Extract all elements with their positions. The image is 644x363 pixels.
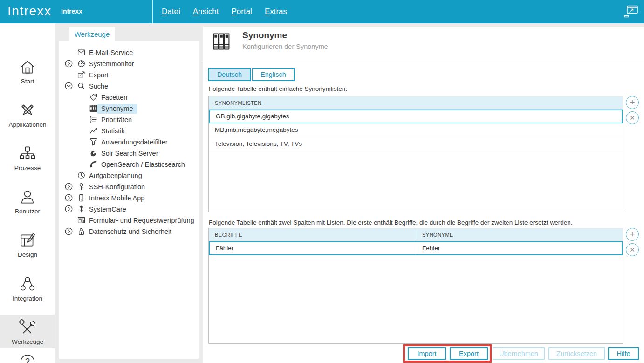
tree-item-prioritäten[interactable]: Prioritäten xyxy=(59,114,199,125)
user-icon xyxy=(0,187,55,207)
tree-item-label: Suche xyxy=(89,82,108,90)
tree-item-suche[interactable]: Suche xyxy=(59,81,199,92)
chevron-down-icon[interactable] xyxy=(65,82,73,90)
sidebar-item-label: Design xyxy=(0,251,55,258)
design-icon xyxy=(0,230,55,251)
tree-item-anwendungsdateifilter[interactable]: Anwendungsdateifilter xyxy=(59,137,199,148)
tree-item-aufgabenplanung[interactable]: Aufgabenplanung xyxy=(59,170,199,181)
topbar: Intrexx Intrexx DateiAnsichtPortalExtras xyxy=(0,0,644,23)
hilfe-button[interactable]: Hilfe xyxy=(608,347,639,360)
sidebar-item-label: Applikationen xyxy=(0,121,55,128)
tree-item-systemmonitor[interactable]: Systemmonitor xyxy=(59,58,199,69)
menu-portal[interactable]: Portal xyxy=(231,7,252,16)
menu-ansicht[interactable]: Ansicht xyxy=(193,7,219,16)
tree-item-label: OpenSearch / Elasticsearch xyxy=(101,161,185,168)
form-check-icon xyxy=(77,216,85,224)
open-portal-window-icon xyxy=(623,5,638,18)
tree-item-label: Statistik xyxy=(101,127,125,135)
sidebar-item-design[interactable]: Design xyxy=(0,227,55,257)
tools-icon xyxy=(0,317,55,338)
system-monitor-icon xyxy=(77,60,85,68)
svg-text:?: ? xyxy=(25,357,30,363)
processes-icon xyxy=(0,144,55,164)
integration-icon xyxy=(0,274,55,295)
module-sidebar: StartApplikationenProzesseBenutzerDesign… xyxy=(0,23,55,363)
priorities-icon xyxy=(89,116,97,123)
zurücksetzen-button: Zurücksetzen xyxy=(548,347,605,360)
sidebar-item-label: Werkzeuge xyxy=(0,338,55,345)
chevron-right-icon[interactable] xyxy=(65,205,73,213)
help-icon: ? xyxy=(0,351,55,363)
export-button[interactable]: Export xyxy=(450,347,488,360)
search-icon xyxy=(77,82,85,90)
chevron-right-icon[interactable] xyxy=(65,227,73,235)
sidebar-item-applikationen[interactable]: Applikationen xyxy=(0,97,55,127)
menu-extras[interactable]: Extras xyxy=(265,7,287,16)
applications-icon xyxy=(0,100,55,121)
tree-item-solr-search-server[interactable]: Solr Search Server xyxy=(59,148,199,159)
sidebar-item-label: Start xyxy=(0,78,55,85)
solr-icon xyxy=(89,149,97,157)
export-icon xyxy=(77,71,85,79)
tree-item-label: SSH-Konfiguration xyxy=(89,183,145,191)
lock-icon xyxy=(77,227,85,235)
main-panel: Synonyme Konfigurieren der Synonyme Deut… xyxy=(203,27,644,363)
sidebar-item-benutzer[interactable]: Benutzer xyxy=(0,184,55,214)
bottom-button-row: ImportExportÜbernehmenZurücksetzenHilfe xyxy=(203,27,644,363)
sidebar-item-integration[interactable]: Integration xyxy=(0,271,55,301)
tree-item-ssh-konfiguration[interactable]: SSH-Konfiguration xyxy=(59,181,199,192)
key-icon xyxy=(77,183,85,191)
tree-item-systemcare[interactable]: SystemCare xyxy=(59,204,199,215)
tree-item-e-mail-service[interactable]: E-Mail-Service xyxy=(59,47,199,58)
sidebar-item-werkzeuge[interactable]: Werkzeuge xyxy=(0,315,55,348)
email-icon xyxy=(77,48,85,56)
sidebar-item-start[interactable]: Start xyxy=(0,54,55,84)
sidebar-item-label: Benutzer xyxy=(0,208,55,215)
tree-item-facetten[interactable]: Facetten xyxy=(59,92,199,103)
tools-tree-panel: Werkzeuge E-Mail-ServiceSystemmonitorExp… xyxy=(55,23,200,363)
clock-icon xyxy=(77,171,85,179)
tree-item-label: Systemmonitor xyxy=(89,60,134,68)
menu-datei[interactable]: Datei xyxy=(162,7,180,16)
tree-item-label: SystemCare xyxy=(89,205,126,213)
intrexx-logo: Intrexx xyxy=(7,4,52,19)
tree-item-intrexx-mobile-app[interactable]: Intrexx Mobile App xyxy=(59,192,199,204)
tree-item-formular-und-requestwertprüfung[interactable]: Formular- und Requestwertprüfung xyxy=(59,215,199,226)
filter-icon xyxy=(89,138,97,146)
tree-item-export[interactable]: Export xyxy=(59,69,199,81)
opensearch-icon xyxy=(89,160,97,168)
tree-item-label: Intrexx Mobile App xyxy=(89,194,144,202)
sidebar-item-hilfe[interactable]: ?Hilfe xyxy=(0,349,55,363)
sidebar-item-prozesse[interactable]: Prozesse xyxy=(0,141,55,171)
tree-item-label: Synonyme xyxy=(97,104,137,114)
tree-item-label: Facetten xyxy=(101,94,127,101)
tag-icon xyxy=(89,93,97,101)
tree-item-label: Aufgabenplanung xyxy=(89,172,142,179)
sidebar-item-label: Prozesse xyxy=(0,164,55,171)
menubar: DateiAnsichtPortalExtras xyxy=(162,0,287,23)
tree-item-label: Datenschutz und Sicherheit xyxy=(89,228,171,235)
home-icon xyxy=(0,57,55,77)
sidebar-item-label: Integration xyxy=(0,295,55,302)
books-icon xyxy=(89,104,97,112)
tree-item-label: Prioritäten xyxy=(101,116,132,123)
tree-item-statistik[interactable]: Statistik xyxy=(59,125,199,137)
tree-content: E-Mail-ServiceSystemmonitorExportSucheFa… xyxy=(59,41,199,359)
tree-item-label: Solr Search Server xyxy=(101,150,158,157)
statistics-icon xyxy=(89,127,97,135)
topbar-divider xyxy=(152,0,153,23)
tree-item-datenschutz-und-sicherheit[interactable]: Datenschutz und Sicherheit xyxy=(59,226,199,237)
tree-item-label: Anwendungsdateifilter xyxy=(101,138,168,146)
import-button[interactable]: Import xyxy=(408,347,446,360)
tree-item-opensearch-elasticsearch[interactable]: OpenSearch / Elasticsearch xyxy=(59,159,199,170)
tab-werkzeuge[interactable]: Werkzeuge xyxy=(69,27,115,41)
tree-item-synonyme[interactable]: Synonyme xyxy=(59,103,199,114)
tree-item-label: Export xyxy=(89,71,109,79)
chevron-right-icon[interactable] xyxy=(65,60,73,68)
portal-name: Intrexx xyxy=(61,7,82,15)
systemcare-icon xyxy=(77,205,85,213)
open-portal-button[interactable] xyxy=(623,5,638,18)
chevron-right-icon[interactable] xyxy=(65,194,73,202)
chevron-right-icon[interactable] xyxy=(65,183,73,191)
tree-item-label: Formular- und Requestwertprüfung xyxy=(89,217,194,224)
